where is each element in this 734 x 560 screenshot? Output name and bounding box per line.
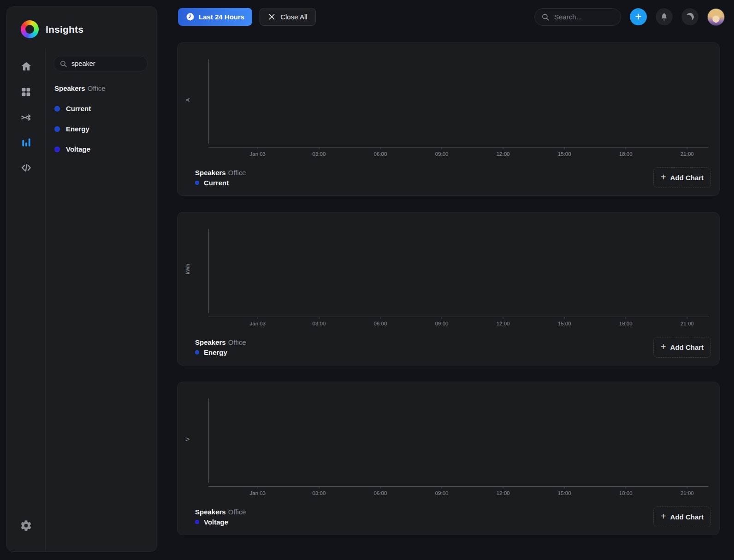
theme-toggle-button[interactable] (681, 8, 698, 25)
tick-label: 21:00 (681, 490, 694, 496)
tick-label: 21:00 (681, 321, 694, 326)
sidebar-header: Insights (7, 7, 157, 48)
user-avatar[interactable] (707, 8, 725, 26)
legend-item[interactable]: Current (195, 179, 246, 187)
tick-label: 03:00 (313, 490, 326, 496)
chart-title: Speakers (195, 508, 226, 516)
plus-icon: + (661, 511, 666, 522)
notifications-button[interactable] (656, 8, 673, 25)
global-search-input[interactable] (554, 13, 614, 21)
search-icon (59, 60, 67, 68)
series-name: Voltage (204, 518, 228, 526)
chart-panel-current: A Jan 03 03:00 06:00 09:00 12:00 15:00 1… (177, 42, 720, 196)
chart-legend: SpeakersOffice Current (195, 169, 246, 187)
add-button[interactable]: + (630, 8, 647, 25)
sidebar-item-voltage[interactable]: Voltage (54, 145, 148, 153)
y-axis-line (208, 59, 209, 143)
tick-label: 06:00 (374, 151, 387, 157)
tick-label: Jan 03 (249, 321, 266, 326)
sidebar-item-current[interactable]: Current (54, 105, 148, 112)
entity-label: Energy (66, 125, 89, 133)
entity-label: Voltage (66, 145, 90, 153)
add-chart-button[interactable]: + Add Chart (653, 337, 711, 358)
tick-label: 21:00 (681, 151, 694, 157)
sidebar-search-input[interactable] (71, 60, 142, 67)
sidebar-content: SpeakersOffice Current Energy Voltage (46, 48, 157, 551)
time-range-label: Last 24 Hours (199, 13, 244, 21)
series-name: Energy (204, 348, 227, 356)
x-axis-ticks: Jan 03 03:00 06:00 09:00 12:00 15:00 18:… (208, 317, 709, 330)
chart-legend: SpeakersOffice Voltage (195, 508, 246, 526)
tick-label: 06:00 (374, 321, 387, 326)
chart-legend: SpeakersOffice Energy (195, 338, 246, 356)
y-axis-label: A (185, 95, 190, 105)
add-chart-button[interactable]: + Add Chart (653, 167, 711, 188)
tick-label: 06:00 (374, 490, 387, 496)
legend-item[interactable]: Energy (195, 348, 246, 356)
add-chart-label: Add Chart (670, 174, 704, 182)
entity-group-location: Office (88, 84, 106, 92)
sidebar-item-home[interactable] (16, 57, 36, 76)
tick-label: 09:00 (435, 490, 449, 496)
tick-label: 15:00 (558, 321, 571, 326)
chart-panel-energy: kWh Jan 03 03:00 06:00 09:00 12:00 15:00… (177, 212, 720, 365)
sidebar-item-dashboard[interactable] (16, 82, 36, 101)
app-logo-icon (21, 20, 39, 38)
chart-panel-voltage: V Jan 03 03:00 06:00 09:00 12:00 15:00 1… (177, 382, 720, 535)
entity-group-name: Speakers (54, 84, 85, 92)
tick-label: 12:00 (497, 151, 510, 157)
tick-label: 09:00 (435, 321, 449, 326)
series-dot-icon (195, 181, 199, 185)
tick-label: 18:00 (619, 490, 633, 496)
chart-subtitle: Office (228, 508, 246, 516)
close-all-label: Close All (280, 13, 307, 21)
y-axis-line (208, 399, 209, 483)
plus-icon: + (661, 342, 666, 352)
bar-chart-icon (20, 136, 32, 148)
shuffle-icon (20, 112, 32, 123)
x-axis-ticks: Jan 03 03:00 06:00 09:00 12:00 15:00 18:… (208, 486, 709, 500)
tick-label: 18:00 (619, 151, 633, 157)
add-chart-button[interactable]: + Add Chart (653, 507, 711, 527)
add-chart-label: Add Chart (670, 513, 704, 521)
close-all-button[interactable]: Close All (260, 8, 315, 26)
tick-label: Jan 03 (249, 151, 266, 157)
chart-subtitle: Office (228, 169, 246, 177)
entity-group-header: SpeakersOffice (54, 84, 148, 92)
tick-label: 15:00 (558, 151, 571, 157)
sidebar-item-energy[interactable]: Energy (54, 125, 148, 133)
add-chart-label: Add Chart (670, 343, 704, 351)
tick-label: 15:00 (558, 490, 571, 496)
series-name: Current (204, 179, 229, 187)
sidebar-item-code[interactable] (16, 158, 36, 177)
chart-title: Speakers (195, 169, 226, 177)
plus-icon: + (635, 11, 641, 22)
sidebar-item-charts[interactable] (16, 133, 36, 152)
entity-dot-icon (54, 106, 60, 112)
sidebar-item-flows[interactable] (16, 107, 36, 127)
app-title: Insights (46, 24, 83, 35)
code-icon (20, 162, 32, 174)
y-axis-line (208, 229, 209, 313)
topbar: Last 24 Hours Close All + (178, 8, 725, 26)
series-dot-icon (195, 350, 199, 354)
global-search[interactable] (534, 8, 621, 26)
time-range-button[interactable]: Last 24 Hours (178, 8, 252, 26)
sidebar-item-settings[interactable] (16, 516, 36, 535)
bell-icon (660, 12, 669, 21)
y-axis-label: V (185, 435, 190, 444)
clock-icon (186, 12, 195, 21)
nav-icon-rail (7, 48, 46, 551)
grid-icon (20, 86, 32, 98)
sidebar-search[interactable] (53, 56, 148, 71)
series-dot-icon (195, 520, 199, 524)
tick-label: Jan 03 (249, 490, 266, 496)
x-axis-ticks: Jan 03 03:00 06:00 09:00 12:00 15:00 18:… (208, 147, 709, 161)
tick-label: 12:00 (497, 490, 510, 496)
entity-dot-icon (54, 147, 60, 152)
legend-item[interactable]: Voltage (195, 518, 246, 526)
tick-label: 09:00 (435, 151, 449, 157)
tick-label: 03:00 (313, 151, 326, 157)
chart-subtitle: Office (228, 338, 246, 346)
tick-label: 12:00 (497, 321, 510, 326)
